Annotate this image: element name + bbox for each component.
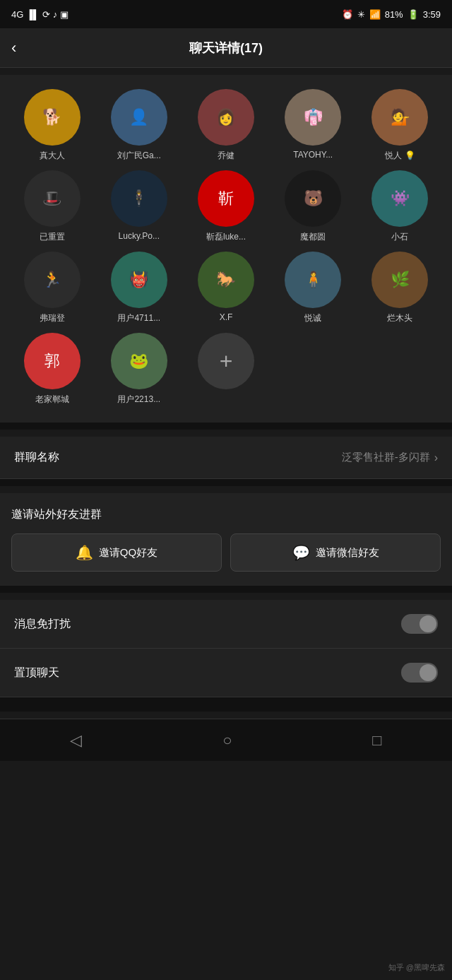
member-item[interactable]: 👘TAYOHY... <box>273 89 354 162</box>
member-item[interactable]: 🐻魔都圆 <box>273 170 354 243</box>
group-name-text: 泛零售社群-多闪群 <box>342 451 430 464</box>
bottom-bar: ◁ ○ □ <box>0 719 452 761</box>
back-nav-button[interactable]: ◁ <box>70 731 82 750</box>
member-name: 魔都圆 <box>300 231 326 243</box>
group-name-value: 泛零售社群-多闪群 › <box>342 451 438 464</box>
member-name: 乔健 <box>218 150 234 162</box>
member-name: 老家郸城 <box>35 394 69 406</box>
mute-label: 消息免打扰 <box>14 617 71 632</box>
member-name: TAYOHY... <box>293 150 333 160</box>
member-item[interactable]: 🐕真大人 <box>11 89 93 162</box>
invite-qq-label: 邀请QQ好友 <box>99 546 157 560</box>
group-name-row[interactable]: 群聊名称 泛零售社群-多闪群 › <box>0 437 452 479</box>
alarm-icon: ⏰ <box>342 9 353 20</box>
member-item[interactable]: 郭老家郸城 <box>11 333 93 406</box>
member-name: 刘广民Ga... <box>117 150 161 162</box>
member-name: 悦人 💡 <box>385 150 415 162</box>
member-name: 弗瑞登 <box>40 312 65 324</box>
member-avatar: 🧍 <box>285 252 341 308</box>
member-item[interactable]: 🏃弗瑞登 <box>11 252 93 324</box>
qq-icon: 🔔 <box>76 544 93 561</box>
member-avatar: 🐸 <box>111 333 167 389</box>
member-name: 靳磊luke... <box>206 231 246 243</box>
avatar-emoji: 靳 <box>198 170 254 227</box>
pin-toggle[interactable] <box>401 663 438 683</box>
member-item[interactable]: 🧍悦诚 <box>273 252 354 324</box>
recents-nav-button[interactable]: □ <box>372 731 381 750</box>
member-item[interactable]: 🕴Lucky.Po... <box>98 170 179 243</box>
invite-wechat-label: 邀请微信好友 <box>316 546 379 560</box>
invite-qq-button[interactable]: 🔔 邀请QQ好友 <box>11 533 222 572</box>
battery-icon: 🔋 <box>408 9 419 20</box>
member-avatar: 🐕 <box>24 89 81 146</box>
member-item[interactable]: 🐸用户2213... <box>98 333 179 406</box>
member-item[interactable]: 🌿烂木头 <box>359 252 441 324</box>
avatar-emoji: 🕴 <box>111 170 167 227</box>
member-name: X.F <box>220 312 233 322</box>
status-right: ⏰ ✳ 📶 81% 🔋 3:59 <box>342 9 441 20</box>
mute-toggle[interactable] <box>401 614 438 634</box>
status-bar: 4G ▐▌ ⟳ ♪ ▣ ⏰ ✳ 📶 81% 🔋 3:59 <box>0 0 452 28</box>
back-button[interactable]: ‹ <box>11 39 16 57</box>
member-avatar: 👤 <box>111 89 167 146</box>
avatar-emoji: 🏃 <box>24 252 81 308</box>
add-member-item[interactable]: + <box>185 333 266 406</box>
member-avatar: 👾 <box>371 170 428 227</box>
member-item[interactable]: 👩乔健 <box>185 89 266 162</box>
avatar-emoji: 🎩 <box>24 170 81 227</box>
pin-row: 置顶聊天 <box>0 649 452 697</box>
members-section: 🐕真大人👤刘广民Ga...👩乔健👘TAYOHY...💁悦人 💡🎩已重置🕴Luck… <box>0 75 452 423</box>
member-name: 用户4711... <box>117 312 160 324</box>
member-avatar: 🕴 <box>111 170 167 227</box>
avatar-emoji: 👾 <box>371 170 428 227</box>
member-avatar: 靳 <box>198 170 254 227</box>
member-item[interactable]: 👤刘广民Ga... <box>98 89 179 162</box>
app-icon: ▣ <box>60 9 69 20</box>
member-item[interactable]: 🐎X.F <box>185 252 266 324</box>
time: 3:59 <box>423 9 441 20</box>
member-avatar: 🎩 <box>24 170 81 227</box>
member-name: 已重置 <box>40 231 65 243</box>
settings-section: 群聊名称 泛零售社群-多闪群 › <box>0 437 452 479</box>
member-item[interactable]: 👾小石 <box>359 170 441 243</box>
member-item[interactable]: 👹用户4711... <box>98 252 179 324</box>
invite-title: 邀请站外好友进群 <box>11 507 441 522</box>
member-name: 小石 <box>391 231 408 243</box>
page-title: 聊天详情(17) <box>189 40 263 57</box>
toggle-section: 消息免打扰 置顶聊天 <box>0 600 452 697</box>
signal2-icon: 📶 <box>369 9 381 20</box>
group-name-label: 群聊名称 <box>14 450 59 465</box>
avatar-emoji: 郭 <box>24 333 81 389</box>
member-avatar: 👹 <box>111 252 167 308</box>
wechat-icon: 💬 <box>292 544 310 561</box>
member-avatar: 💁 <box>371 89 428 146</box>
bluetooth-icon: ✳ <box>357 9 365 20</box>
avatar-emoji: 🐻 <box>285 170 341 227</box>
tiktok-icon: ♪ <box>53 9 58 20</box>
home-nav-button[interactable]: ○ <box>222 731 232 750</box>
member-name: 真大人 <box>40 150 65 162</box>
members-grid: 🐕真大人👤刘广民Ga...👩乔健👘TAYOHY...💁悦人 💡🎩已重置🕴Luck… <box>11 89 441 406</box>
member-item[interactable]: 靳靳磊luke... <box>185 170 266 243</box>
invite-wechat-button[interactable]: 💬 邀请微信好友 <box>230 533 441 572</box>
battery-text: 81% <box>385 9 403 20</box>
avatar-emoji: 🐸 <box>111 333 167 389</box>
member-item[interactable]: 🎩已重置 <box>11 170 93 243</box>
member-name: 悦诚 <box>304 312 321 324</box>
rotate-icon: ⟳ <box>42 9 50 20</box>
avatar-emoji: 👩 <box>198 89 254 146</box>
member-item[interactable]: 💁悦人 💡 <box>359 89 441 162</box>
member-avatar: 郭 <box>24 333 81 389</box>
member-avatar: 🌿 <box>371 252 428 308</box>
avatar-emoji: 👘 <box>285 89 341 146</box>
signal-icon: 4G <box>11 9 23 20</box>
avatar-emoji: 🌿 <box>371 252 428 308</box>
invite-buttons: 🔔 邀请QQ好友 💬 邀请微信好友 <box>11 533 441 572</box>
add-member-button[interactable]: + <box>198 333 254 389</box>
member-name: 用户2213... <box>117 394 160 406</box>
member-avatar: 👩 <box>198 89 254 146</box>
avatar-emoji: 🐎 <box>198 252 254 308</box>
mute-row: 消息免打扰 <box>0 600 452 649</box>
invite-section: 邀请站外好友进群 🔔 邀请QQ好友 💬 邀请微信好友 <box>0 493 452 586</box>
watermark: 知乎 @黑啤先森 <box>388 962 445 973</box>
